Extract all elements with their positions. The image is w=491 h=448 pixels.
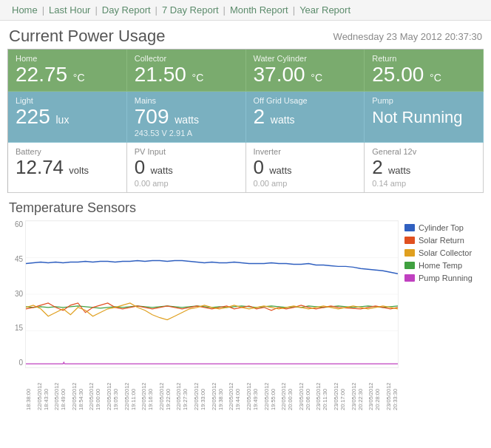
x-label-17: 23/05/2012 20:06:00 (298, 370, 311, 410)
x-label-13: 22/05/2012 19:44:00 (228, 370, 241, 410)
cell-collector-value: 21.50 °C (135, 63, 238, 86)
cell-mains-label: Mains (135, 96, 238, 105)
cell-offgrid-label: Off Grid Usage (254, 96, 357, 105)
cell-pump-value: Not Running (372, 108, 475, 127)
cell-pvinput-label: PV Input (135, 147, 238, 156)
line-cylinder-top (26, 260, 398, 274)
cell-pvinput: PV Input 0 watts 0.00 amp (127, 143, 246, 193)
nav-home[interactable]: Home (7, 3, 42, 17)
nav-day-report[interactable]: Day Report (98, 3, 155, 17)
x-label-9: 22/05/2012 19:22:00 (158, 370, 172, 410)
cell-offgrid-value: 2 watts (254, 105, 357, 129)
cell-mains-value: 709 watts (135, 105, 238, 129)
x-label-5: 22/05/2012 19:00:00 (88, 370, 101, 410)
x-label-16: 22/05/2012 20:00:30 (280, 370, 294, 410)
cell-inverter: Inverter 0 watts 0.00 amp (246, 143, 365, 193)
chart-area: 60 45 30 15 0 (9, 220, 482, 410)
y-label-60: 60 (9, 220, 23, 228)
chart-section: Temperature Sensors 60 45 30 15 0 (0, 193, 491, 410)
cell-home-value: 22.75 °C (16, 63, 119, 86)
temperature-chart (25, 220, 399, 368)
cell-inverter-value: 0 watts (254, 156, 357, 179)
y-label-30: 30 (9, 290, 23, 298)
cell-return-label: Return (372, 54, 475, 63)
cell-mains-sub: 243.53 V 2.91 A (135, 129, 238, 138)
cell-light-value: 225 lux (16, 105, 119, 129)
cell-general12v-sub: 0.14 amp (372, 179, 475, 188)
cell-light: Light 225 lux (8, 92, 127, 143)
x-label-12: 22/05/2012 19:38:30 (211, 370, 224, 410)
x-label-20: 23/05/2012 20:22:30 (351, 370, 364, 410)
cell-pump: Pump Not Running (365, 92, 484, 143)
legend-solar-collector: Solar Collector (404, 248, 482, 257)
cell-light-label: Light (16, 96, 119, 105)
chart-legend: Cylinder Top Solar Return Solar Collecto… (404, 220, 482, 282)
cell-mains: Mains 709 watts 243.53 V 2.91 A (127, 92, 246, 143)
x-label-8: 22/05/2012 19:16:30 (140, 370, 154, 410)
x-label-11: 22/05/2012 19:33:00 (193, 370, 206, 410)
cell-battery-label: Battery (16, 147, 119, 156)
x-label-15: 22/05/2012 19:55:00 (263, 370, 277, 410)
cell-general12v-label: General 12v (372, 147, 475, 156)
y-label-45: 45 (9, 255, 23, 263)
legend-home-temp: Home Temp (404, 261, 482, 270)
x-label-22: 23/05/2012 20:33:30 (385, 370, 399, 410)
nav-month-report[interactable]: Month Report (226, 3, 293, 17)
cell-water-cylinder: Water Cylinder 37.00 °C (246, 50, 365, 92)
nav-bar: Home | Last Hour | Day Report | 7 Day Re… (0, 0, 491, 21)
cell-pvinput-sub: 0.00 amp (135, 179, 238, 188)
nav-last-hour[interactable]: Last Hour (44, 3, 95, 17)
x-label-7: 22/05/2012 19:11:00 (123, 370, 137, 410)
nav-year-report[interactable]: Year Report (295, 3, 355, 17)
cell-battery-value: 12.74 volts (16, 156, 119, 179)
x-label-3: 22/05/2012 18:49:00 (53, 370, 67, 410)
cell-general12v: General 12v 2 watts 0.14 amp (365, 143, 484, 193)
x-label-21: 23/05/2012 20:28:00 (368, 370, 381, 410)
cell-pump-label: Pump (372, 96, 475, 105)
cell-water-cylinder-value: 37.00 °C (254, 63, 357, 86)
cell-home: Home 22.75 °C (8, 50, 127, 92)
y-axis: 60 45 30 15 0 (9, 220, 25, 368)
cell-offgrid: Off Grid Usage 2 watts (246, 92, 365, 143)
x-label-14: 22/05/2012 19:49:30 (246, 370, 259, 410)
cell-inverter-sub: 0.00 amp (254, 179, 357, 188)
cell-home-label: Home (16, 54, 119, 63)
cell-return-value: 25.00 °C (372, 63, 475, 86)
x-label-2: 22/05/2012 18:43:30 (36, 370, 50, 410)
cell-return: Return 25.00 °C (365, 50, 484, 92)
legend-solar-return: Solar Return (404, 236, 482, 245)
cell-water-cylinder-label: Water Cylinder (254, 54, 357, 63)
x-label-6: 22/05/2012 19:05:30 (106, 370, 119, 410)
x-label-10: 22/05/2012 19:27:30 (175, 370, 189, 410)
x-label-19: 23/05/2012 20:17:00 (333, 370, 346, 410)
y-label-15: 15 (9, 324, 23, 332)
x-label-18: 23/05/2012 20:11:30 (315, 370, 328, 410)
page-title: Current Power Usage (9, 27, 166, 46)
nav-7day-report[interactable]: 7 Day Report (158, 3, 223, 17)
page-header: Current Power Usage Wednesday 23 May 201… (0, 21, 491, 49)
cell-inverter-label: Inverter (254, 147, 357, 156)
chart-title: Temperature Sensors (9, 200, 482, 216)
cell-battery: Battery 12.74 volts (8, 143, 127, 193)
line-solar-collector (26, 303, 398, 320)
cell-collector-label: Collector (135, 54, 238, 63)
y-label-0: 0 (9, 359, 23, 367)
legend-pump-running: Pump Running (404, 274, 482, 282)
cell-collector: Collector 21.50 °C (127, 50, 246, 92)
x-label-4: 22/05/2012 18:54:30 (71, 370, 84, 410)
data-grid: Home 22.75 °C Collector 21.50 °C Water C… (7, 49, 484, 193)
x-label-1: 18:38:00 (25, 370, 32, 410)
page-datetime: Wednesday 23 May 2012 20:37:30 (333, 31, 482, 42)
legend-cylinder-top: Cylinder Top (404, 223, 482, 232)
x-axis: 18:38:00 22/05/2012 18:43:30 22/05/2012 … (9, 370, 399, 410)
cell-pvinput-value: 0 watts (135, 156, 238, 179)
cell-general12v-value: 2 watts (372, 156, 475, 179)
line-pump-running (26, 362, 398, 364)
